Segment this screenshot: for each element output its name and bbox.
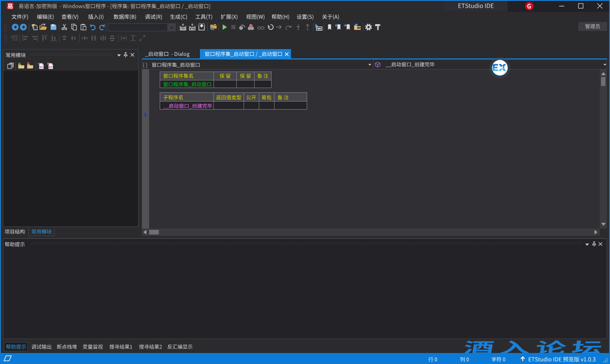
svg-text:EC: EC [40,66,44,69]
svg-text:EC: EC [49,66,53,69]
